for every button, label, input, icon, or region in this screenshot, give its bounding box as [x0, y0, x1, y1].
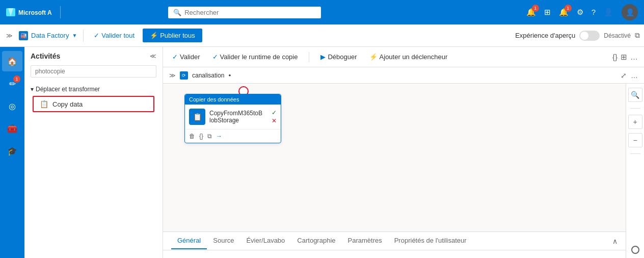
sidebar-item-learn[interactable]: 🎓 [2, 141, 22, 161]
pipeline-canvas[interactable]: Copier des données 📋 CopyFromM365toB lob… [163, 84, 626, 231]
sidebar-item-monitor[interactable]: ◎ [2, 96, 22, 116]
portal-icon[interactable]: ⊞ [544, 8, 551, 17]
rt-minus-button[interactable]: − [628, 133, 642, 147]
bell-badge: 1 [565, 5, 572, 12]
breadcrumb-label: canalisation [192, 72, 224, 79]
debug-button[interactable]: ▶ Déboguer [317, 51, 360, 63]
properties-collapse-icon[interactable]: ∧ [612, 237, 618, 245]
node-clone-icon[interactable]: ⧉ [207, 133, 212, 140]
tab-mapping[interactable]: Cartographie [291, 233, 341, 249]
tab-general[interactable]: Général [171, 233, 207, 249]
user-icon[interactable]: 👤 [604, 8, 613, 17]
edit-badge: 1 [13, 75, 20, 83]
breadcrumb-right: ⤢ … [621, 71, 638, 80]
rt-zoom-circle [631, 246, 639, 254]
pipeline-canvas-main: Copier des données 📋 CopyFromM365toB lob… [163, 84, 626, 258]
validate-button[interactable]: ✓ Valider [169, 51, 203, 63]
rt-separator2 [630, 153, 640, 154]
topbar-divider [60, 6, 61, 18]
pipeline-node[interactable]: Copier des données 📋 CopyFromM365toB lob… [184, 94, 281, 143]
node-arrow-icon[interactable]: → [216, 133, 222, 140]
experience-label: Expérience d'aperçu [515, 32, 575, 39]
properties-body: Nom * ⤢ Description Copier des e-mails d… [163, 250, 626, 258]
rt-separator1 [630, 108, 640, 109]
properties-panel: Général Source Évier/Lavabo Cartographie… [163, 231, 626, 258]
avatar[interactable]: 👤 [622, 4, 638, 20]
notification-icon[interactable]: 🔔 1 [526, 8, 536, 17]
tab-source[interactable]: Source [207, 233, 240, 249]
toolbar-separator [309, 52, 309, 62]
pipeline-node-actions: 🗑 {} ⧉ → [185, 129, 281, 143]
activities-title: Activités [31, 52, 60, 60]
left-sidebar: 🏠 ✏ 1 ◎ 🧰 🎓 [0, 47, 24, 258]
validate-all-button[interactable]: ✓ Valider tout [90, 30, 139, 41]
tab-sink[interactable]: Évier/Lavabo [240, 233, 291, 249]
bell-icon[interactable]: 🔔 1 [559, 8, 569, 17]
debug-icon: ▶ [320, 53, 326, 61]
section-collapse-icon: ▾ [31, 86, 34, 93]
copy-icon[interactable]: ⧉ [635, 31, 640, 40]
node-header-label: Copier des données [189, 96, 239, 102]
node-status: ✓ ✕ [272, 109, 277, 124]
tab-user-props[interactable]: Propriétés de l'utilisateur [388, 233, 473, 249]
collapse-left-icon[interactable]: ≪ [150, 53, 156, 60]
publish-all-button[interactable]: ⚡ Publier tous [143, 29, 202, 42]
search-input[interactable] [184, 9, 316, 16]
disabled-label: Désactivé [604, 32, 631, 39]
activities-section-header[interactable]: ▾ Déplacer et transformer [31, 84, 156, 95]
node-delete-icon[interactable]: 🗑 [189, 133, 195, 140]
breadcrumb-dot: ● [228, 73, 231, 78]
experience-section: Expérience d'aperçu Désactivé ⧉ [515, 31, 640, 41]
trigger-button[interactable]: ⚡ Ajouter un déclencheur [366, 51, 451, 63]
pipeline-node-header: Copier des données [185, 94, 281, 105]
sidebar-item-manage[interactable]: 🧰 [2, 118, 22, 139]
sidebar-item-edit[interactable]: ✏ 1 [2, 73, 22, 94]
status-check-icon: ✓ [272, 109, 277, 116]
help-icon[interactable]: ? [592, 8, 596, 17]
more-options-button[interactable]: … [630, 53, 638, 62]
rt-search-button[interactable]: 🔍 [628, 88, 642, 102]
table-view-button[interactable]: ⊞ [621, 53, 627, 62]
rt-plus-button[interactable]: + [628, 115, 642, 129]
secondary-bar: ≫ 🏭 Data Factory ▼ ✓ Valider tout ⚡ Publ… [0, 24, 644, 47]
copy-data-label: Copy data [52, 100, 83, 108]
azure-logo-icon: Microsoft Azure [6, 6, 52, 18]
df-label: Data Factory [31, 32, 69, 39]
lightning-icon: ⚡ [369, 53, 378, 61]
node-copy-icon: 📋 [189, 109, 205, 125]
sidebar-expand-icon[interactable]: ≫ [4, 30, 15, 41]
df-icon: 🏭 [19, 31, 28, 40]
topbar-logo: Microsoft Azure [6, 6, 52, 18]
settings-icon[interactable]: ⚙ [577, 8, 583, 17]
expand-icon[interactable]: ⤢ [621, 71, 627, 80]
canvas-body: Copier des données 📋 CopyFromM365toB lob… [163, 84, 644, 258]
copy-data-item[interactable]: 📋 Copy data [33, 96, 154, 112]
validate-runtime-icon: ✓ [212, 53, 218, 61]
activities-panel: Activités ≪ ▾ Déplacer et transformer 📋 … [24, 47, 163, 258]
activities-search-input[interactable] [31, 65, 156, 78]
canvas-toolbar-right: {} ⊞ … [612, 53, 638, 62]
tab-settings[interactable]: Paramètres [342, 233, 388, 249]
code-view-button[interactable]: {} [612, 53, 618, 62]
canvas-breadcrumb: ≫ ⟳ canalisation ● ⤢ … [163, 67, 644, 84]
activities-search[interactable] [31, 65, 156, 78]
sidebar-item-home[interactable]: 🏠 [2, 51, 22, 71]
df-dropdown-icon[interactable]: ▼ [72, 33, 77, 38]
toggle-knob [580, 32, 588, 40]
canvas-toolbar: ✓ Valider ✓ Valider le runtime de copie … [163, 47, 644, 67]
status-x-icon: ✕ [272, 117, 277, 124]
validate-runtime-button[interactable]: ✓ Valider le runtime de copie [209, 51, 301, 63]
canvas-right-toolbar: 🔍 + − [626, 84, 644, 258]
properties-tabs: Général Source Évier/Lavabo Cartographie… [163, 232, 626, 250]
search-icon: 🔍 [173, 9, 181, 16]
pipeline-node-name: CopyFromM365toB lobStorage [209, 110, 262, 124]
breadcrumb-expand-icon[interactable]: ≫ [169, 72, 176, 79]
node-code-icon[interactable]: {} [199, 133, 203, 140]
main-layout: 🏠 ✏ 1 ◎ 🧰 🎓 Activités ≪ ▾ Déplacer et tr… [0, 47, 644, 258]
experience-toggle[interactable] [579, 31, 600, 41]
search-bar[interactable]: 🔍 [168, 7, 321, 18]
section-label: Déplacer et transformer [36, 86, 100, 93]
breadcrumb-more-icon[interactable]: … [631, 71, 638, 80]
svg-text:Microsoft Azure: Microsoft Azure [18, 9, 52, 16]
data-factory-breadcrumb[interactable]: 🏭 Data Factory ▼ [19, 31, 77, 40]
